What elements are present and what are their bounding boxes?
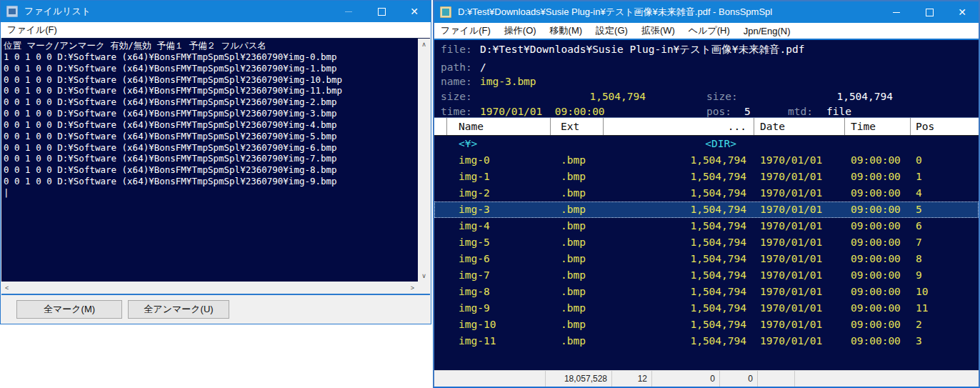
cell-name: img-3 — [447, 202, 551, 218]
bonsspmspl-titlebar[interactable]: D:¥Test¥Downloads¥Susie Plug-in¥テスト画像¥未来… — [434, 1, 979, 23]
menu-extension[interactable]: 拡張(W) — [641, 24, 675, 37]
file-table-header: Name Ext Size ... Date Time Pos — [434, 118, 979, 136]
close-icon[interactable]: ✕ — [398, 1, 431, 22]
info-path-label: path: — [441, 61, 472, 74]
info-file-value: D:¥Test¥Downloads¥Susie Plug-in¥テスト画像¥未来… — [480, 43, 805, 56]
table-row[interactable]: img-0.bmp1,504,7941970/01/0109:00:000 — [434, 152, 979, 169]
cell-ext: .bmp — [551, 202, 604, 218]
info-pos-label: pos: — [706, 105, 731, 119]
cell-date: 1970/01/01 — [754, 284, 845, 300]
column-header-name[interactable]: Name — [447, 118, 551, 135]
cell-name: img-1 — [447, 169, 551, 185]
bonsspmspl-window-title: D:¥Test¥Downloads¥Susie Plug-in¥テスト画像¥未来… — [458, 6, 772, 19]
menu-file[interactable]: ファイル(F) — [7, 24, 57, 36]
menu-file[interactable]: ファイル(F) — [441, 24, 491, 37]
menu-move[interactable]: 移動(M) — [550, 24, 583, 37]
scroll-down-icon[interactable]: ∨ — [421, 270, 426, 282]
filelist-window-controls: ✕ — [332, 1, 431, 22]
close-icon[interactable]: ✕ — [946, 1, 979, 23]
cell-pos: 10 — [911, 284, 979, 300]
cell-name: img-9 — [447, 300, 551, 317]
file-list-line[interactable]: 0 0 1 0 0 D:¥Software (x64)¥BonsFM¥TmpSp… — [4, 74, 416, 86]
cell-time: 09:00:00 — [845, 152, 911, 169]
menu-operation[interactable]: 操作(O) — [504, 24, 536, 37]
minimize-icon[interactable] — [880, 1, 913, 23]
file-table-rows[interactable]: <¥><DIR>img-0.bmp1,504,7941970/01/0109:0… — [434, 136, 979, 370]
cell-date: 1970/01/01 — [754, 152, 845, 169]
cell-name: img-10 — [447, 317, 551, 333]
table-row[interactable]: img-10.bmp1,504,7941970/01/0109:00:002 — [434, 317, 979, 333]
file-list-line[interactable]: 0 0 1 0 0 D:¥Software (x64)¥BonsFM¥TmpSp… — [4, 142, 416, 154]
cell-size: 1,504,794 — [604, 333, 754, 349]
minimize-icon[interactable] — [332, 1, 365, 22]
status-cell: 0 — [720, 371, 758, 387]
cell-ext: .bmp — [551, 300, 604, 317]
table-row[interactable]: img-3.bmp1,504,7941970/01/0109:00:005 — [434, 202, 979, 218]
file-list-line[interactable]: 0 0 1 0 0 D:¥Software (x64)¥BonsFM¥TmpSp… — [4, 96, 416, 108]
file-list-line[interactable]: 0 0 1 0 0 D:¥Software (x64)¥BonsFM¥TmpSp… — [4, 85, 416, 96]
file-list-line[interactable]: 1 0 1 0 0 D:¥Software (x64)¥BonsFM¥TmpSp… — [4, 51, 416, 63]
cell-time: 09:00:00 — [845, 218, 911, 234]
table-row-parent-dir[interactable]: <¥><DIR> — [434, 136, 979, 152]
cell-name: <¥> — [447, 136, 551, 152]
file-list-line[interactable]: 0 0 1 0 0 D:¥Software (x64)¥BonsFM¥TmpSp… — [4, 131, 416, 142]
file-list-line[interactable]: 0 0 1 0 0 D:¥Software (x64)¥BonsFM¥TmpSp… — [4, 63, 416, 74]
cell-ext: .bmp — [551, 218, 604, 234]
info-size-label: size: — [441, 90, 472, 104]
maximize-icon[interactable] — [913, 1, 946, 23]
table-row[interactable]: img-2.bmp1,504,7941970/01/0109:00:004 — [434, 185, 979, 202]
scrollbar-corner — [418, 282, 430, 294]
file-list-line[interactable]: 0 0 1 0 0 D:¥Software (x64)¥BonsFM¥TmpSp… — [4, 108, 416, 119]
filelist-button-panel: 全マーク(M) 全アンマーク(U) — [1, 295, 430, 324]
cell-size: <DIR> — [604, 136, 754, 152]
unmark-all-button[interactable]: 全アンマーク(U) — [128, 300, 229, 319]
column-header-pos[interactable]: Pos — [911, 118, 979, 135]
vertical-scrollbar[interactable]: ∧ ∨ — [418, 39, 430, 282]
scroll-right-icon[interactable]: > — [411, 282, 414, 294]
info-pos-value: 5 — [744, 105, 751, 119]
table-row[interactable]: img-7.bmp1,504,7941970/01/0109:00:009 — [434, 267, 979, 284]
file-list-line[interactable]: 0 0 1 0 0 D:¥Software (x64)¥BonsFM¥TmpSp… — [4, 153, 416, 164]
cell-name: img-5 — [447, 234, 551, 251]
maximize-icon[interactable] — [365, 1, 398, 22]
cell-size: 1,504,794 — [604, 169, 754, 185]
mark-all-button[interactable]: 全マーク(M) — [16, 300, 122, 319]
column-header-date[interactable]: Date — [754, 118, 845, 135]
status-cell — [434, 371, 546, 387]
table-row[interactable]: img-5.bmp1,504,7941970/01/0109:00:007 — [434, 234, 979, 251]
cell-date: 1970/01/01 — [754, 317, 845, 333]
file-list-line[interactable]: 0 0 1 0 0 D:¥Software (x64)¥BonsFM¥TmpSp… — [4, 164, 416, 176]
table-row[interactable]: img-6.bmp1,504,7941970/01/0109:00:008 — [434, 251, 979, 267]
table-row[interactable]: img-4.bmp1,504,7941970/01/0109:00:006 — [434, 218, 979, 234]
file-info-panel: file: D:¥Test¥Downloads¥Susie Plug-in¥テス… — [434, 40, 979, 118]
cell-time: 09:00:00 — [845, 267, 911, 284]
menu-jpn-eng[interactable]: Jpn/Eng(N) — [744, 26, 791, 36]
info-size2-value: 1,504,794 — [741, 90, 893, 104]
cell-pos: 3 — [911, 333, 979, 349]
menu-help[interactable]: ヘルプ(H) — [689, 24, 730, 37]
cell-size: 1,504,794 — [604, 251, 754, 267]
column-header-size[interactable]: Size ... — [604, 118, 754, 135]
cell-ext: .bmp — [551, 267, 604, 284]
cell-size: 1,504,794 — [604, 267, 754, 284]
table-row[interactable]: img-1.bmp1,504,7941970/01/0109:00:001 — [434, 169, 979, 185]
info-path-value: / — [480, 61, 486, 74]
scroll-left-icon[interactable]: < — [5, 282, 9, 294]
column-header-ext[interactable]: Ext — [551, 118, 604, 135]
menu-settings[interactable]: 設定(G) — [596, 24, 628, 37]
table-row[interactable]: img-8.bmp1,504,7941970/01/0109:00:0010 — [434, 284, 979, 300]
table-row[interactable]: img-11.bmp1,504,7941970/01/0109:00:003 — [434, 333, 979, 349]
table-row[interactable]: img-9.bmp1,504,7941970/01/0109:00:0011 — [434, 300, 979, 317]
column-header-mark[interactable] — [434, 118, 447, 135]
filelist-titlebar[interactable]: ファイルリスト ✕ — [1, 1, 431, 22]
file-list-box[interactable]: 位置 マーク/アンマーク 有効/無効 予備１ 予備２ フルパス名 1 0 1 0… — [1, 38, 430, 295]
file-list-line[interactable]: 0 0 1 0 0 D:¥Software (x64)¥BonsFM¥TmpSp… — [4, 119, 416, 131]
file-list-line[interactable]: 0 0 1 0 0 D:¥Software (x64)¥BonsFM¥TmpSp… — [4, 176, 416, 187]
scroll-up-icon[interactable]: ∧ — [421, 39, 426, 50]
cell-date: 1970/01/01 — [754, 185, 845, 202]
column-header-time[interactable]: Time — [845, 118, 911, 135]
bonsspmspl-window: D:¥Test¥Downloads¥Susie Plug-in¥テスト画像¥未来… — [433, 0, 980, 388]
cell-size: 1,504,794 — [604, 202, 754, 218]
cell-date: 1970/01/01 — [754, 333, 845, 349]
horizontal-scrollbar[interactable]: < > — [1, 282, 418, 294]
